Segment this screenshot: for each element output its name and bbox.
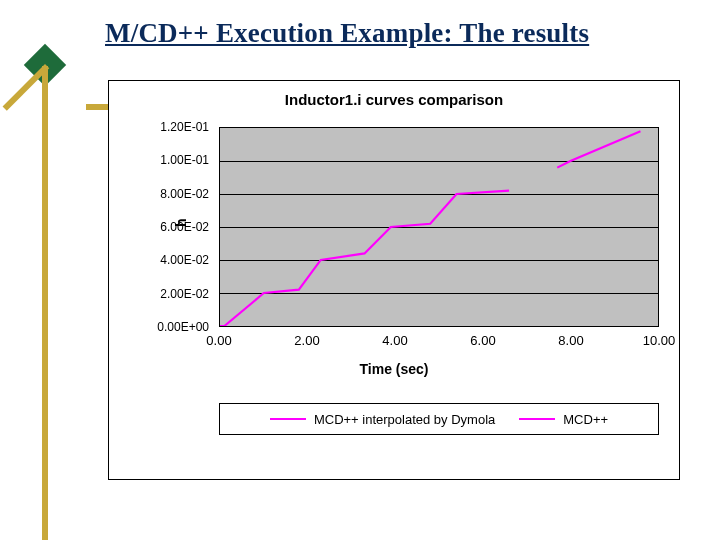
legend-swatch <box>270 418 306 420</box>
y-axis-label: h <box>173 216 189 227</box>
legend: MCD++ interpolated by Dymola MCD++ <box>219 403 659 435</box>
series-line-1 <box>557 131 640 167</box>
y-tick-label: 2.00E-02 <box>160 287 209 301</box>
plot-area <box>219 127 659 327</box>
legend-label: MCD++ interpolated by Dymola <box>314 412 495 427</box>
legend-item-1: MCD++ <box>519 412 608 427</box>
x-axis-label: Time (sec) <box>109 361 679 377</box>
y-tick-label: 4.00E-02 <box>160 253 209 267</box>
x-tick-label: 8.00 <box>558 333 583 348</box>
y-tick-label: 1.00E-01 <box>160 153 209 167</box>
chart-title: Inductor1.i curves comparison <box>109 91 679 108</box>
chart-container: Inductor1.i curves comparison 0.00E+00 2… <box>108 80 680 480</box>
y-axis-ticks: 0.00E+00 2.00E-02 4.00E-02 6.00E-02 8.00… <box>139 127 213 327</box>
legend-swatch <box>519 418 555 420</box>
accent-bar-vertical <box>42 66 48 540</box>
y-tick-label: 8.00E-02 <box>160 187 209 201</box>
slide-accent-rail <box>18 0 73 540</box>
legend-item-0: MCD++ interpolated by Dymola <box>270 412 495 427</box>
x-tick-label: 2.00 <box>294 333 319 348</box>
series-line-0 <box>220 191 509 326</box>
x-tick-label: 6.00 <box>470 333 495 348</box>
slide-title: M/CD++ Execution Example: The results <box>105 18 685 49</box>
y-tick-label: 0.00E+00 <box>157 320 209 334</box>
x-tick-label: 4.00 <box>382 333 407 348</box>
legend-label: MCD++ <box>563 412 608 427</box>
x-tick-label: 0.00 <box>206 333 231 348</box>
y-tick-label: 1.20E-01 <box>160 120 209 134</box>
x-axis-ticks: 0.00 2.00 4.00 6.00 8.00 10.00 <box>219 333 659 353</box>
chart-svg <box>220 128 658 326</box>
x-tick-label: 10.00 <box>643 333 676 348</box>
